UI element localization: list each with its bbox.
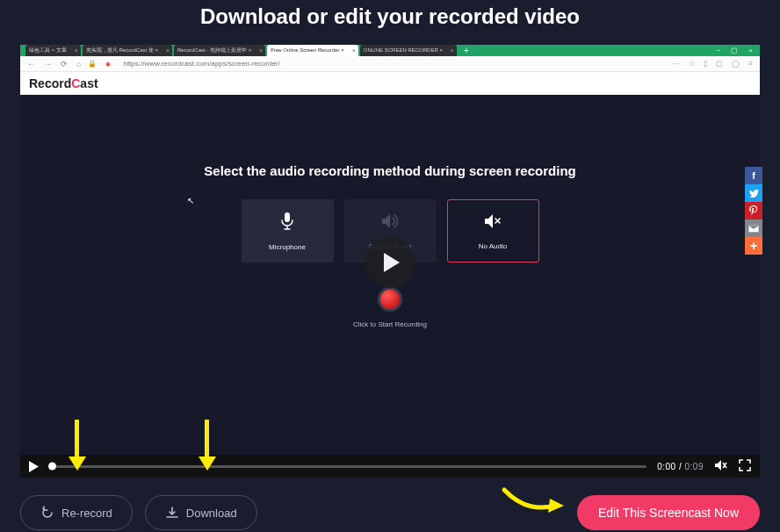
twitter-share[interactable] xyxy=(745,184,762,202)
twitter-icon xyxy=(749,190,759,198)
annotation-arrow xyxy=(501,485,571,520)
mail-icon xyxy=(748,225,759,233)
start-recording-label: Click to Start Recording xyxy=(20,320,760,328)
browser-tab-strip: 绿色工具 > 文章 先实现，搜凡 RecordCast 使 × RecordCa… xyxy=(20,45,760,56)
extension-icon[interactable]: ◯ xyxy=(732,60,740,68)
annotation-arrow xyxy=(199,420,214,472)
video-controls: 0:00 / 0:09 xyxy=(20,455,760,478)
new-tab-button[interactable]: + xyxy=(459,45,474,56)
cursor-icon: ↖ xyxy=(187,196,194,205)
forward-icon[interactable]: → xyxy=(44,60,52,68)
mute-icon xyxy=(483,212,502,234)
shield-icon: ◉ xyxy=(105,61,111,68)
facebook-share[interactable]: f xyxy=(745,167,762,184)
video-preview: 绿色工具 > 文章 先实现，搜凡 RecordCast 使 × RecordCa… xyxy=(20,45,760,478)
close-icon[interactable]: × xyxy=(748,47,753,54)
star-icon[interactable]: ☆ xyxy=(689,60,695,68)
page-title: Download or edit your recorded video xyxy=(0,0,780,45)
play-icon xyxy=(382,251,401,274)
no-audio-label: No Audio xyxy=(479,242,507,250)
more-icon[interactable]: ⋯ xyxy=(673,60,680,68)
browser-url-bar: ← → ⟳ ⌂ 🔒 ◉ https://www.recordcast.com/a… xyxy=(20,56,760,72)
download-icon xyxy=(165,506,179,520)
lock-icon: 🔒 xyxy=(88,60,97,68)
download-label: Download xyxy=(186,507,237,520)
download-button[interactable]: Download xyxy=(145,495,257,530)
no-audio-option[interactable]: No Audio xyxy=(447,199,539,262)
browser-tab[interactable]: RecordCast - 先跨端上架居中 × xyxy=(174,45,265,56)
pinterest-share[interactable] xyxy=(745,202,762,219)
recorded-screen: ↖ Select the audio recording method duri… xyxy=(20,95,760,455)
record-icon[interactable] xyxy=(378,287,402,312)
refresh-icon xyxy=(40,506,54,520)
more-share[interactable]: + xyxy=(745,237,762,255)
mute-button[interactable] xyxy=(714,459,728,473)
email-share[interactable] xyxy=(745,219,762,237)
microphone-option[interactable]: Microphone xyxy=(242,199,334,262)
annotation-arrow xyxy=(69,420,84,472)
browser-tab[interactable]: ONLINE SCREEN RECORDER × xyxy=(360,45,457,56)
maximize-icon[interactable]: ▢ xyxy=(731,47,738,54)
action-row: Re-record Download Edit This Screencast … xyxy=(20,495,760,530)
edit-screencast-button[interactable]: Edit This Screencast Now xyxy=(577,495,760,530)
fullscreen-button[interactable] xyxy=(739,459,751,473)
back-icon[interactable]: ← xyxy=(27,60,35,68)
microphone-label: Microphone xyxy=(269,243,306,251)
reload-icon[interactable]: ⟳ xyxy=(61,60,68,68)
brand-logo: RecordCast xyxy=(29,76,98,90)
browser-tab-active[interactable]: Free Online Screen Recorder × xyxy=(267,45,358,56)
menu-icon[interactable]: ≡ xyxy=(748,60,753,68)
pinterest-icon xyxy=(749,205,758,217)
audio-method-title: Select the audio recording method during… xyxy=(20,95,760,178)
re-record-button[interactable]: Re-record xyxy=(20,495,133,530)
browser-tab[interactable]: 先实现，搜凡 RecordCast 使 × xyxy=(83,45,172,56)
play-overlay-button[interactable] xyxy=(365,237,415,288)
extension-icon[interactable]: ▯ xyxy=(704,60,707,68)
minimize-icon[interactable]: − xyxy=(717,47,721,54)
brand-header: RecordCast xyxy=(20,72,760,95)
microphone-icon xyxy=(279,212,295,234)
speaker-icon xyxy=(380,212,400,234)
home-icon[interactable]: ⌂ xyxy=(76,60,81,68)
browser-tab[interactable]: 绿色工具 > 文章 xyxy=(25,45,81,56)
re-record-label: Re-record xyxy=(61,507,112,520)
start-recording[interactable]: Click to Start Recording xyxy=(20,287,760,328)
social-share-rail: f + xyxy=(745,167,762,255)
svg-rect-0 xyxy=(285,212,290,222)
progress-bar[interactable] xyxy=(49,465,646,468)
window-controls[interactable]: − ▢ × xyxy=(710,45,760,56)
play-button[interactable] xyxy=(29,461,39,472)
url-text[interactable]: https://www.recordcast.com/apps/screen-r… xyxy=(123,60,279,68)
time-display: 0:00 / 0:09 xyxy=(657,462,704,471)
extension-icon[interactable]: ▢ xyxy=(716,60,723,68)
